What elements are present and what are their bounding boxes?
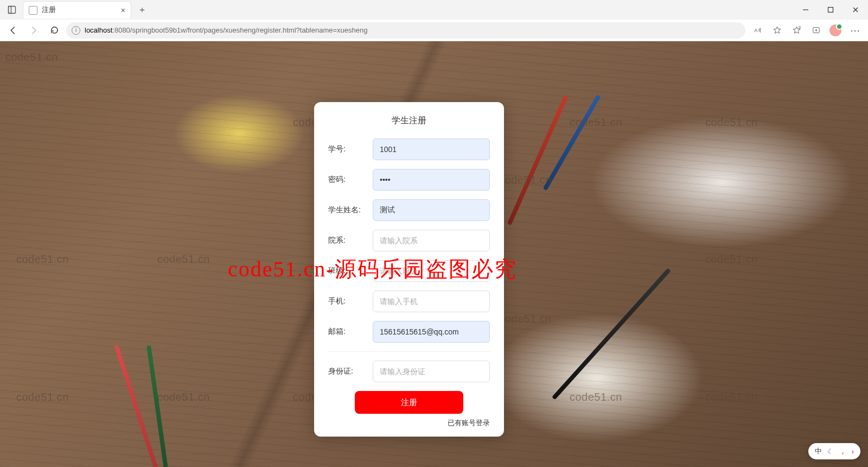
new-tab-button[interactable]: ＋ (135, 2, 150, 17)
page-icon (29, 6, 37, 15)
svg-rect-0 (9, 7, 16, 14)
read-aloud-icon[interactable]: A (749, 22, 766, 39)
student-id-label: 学号: (328, 144, 366, 154)
more-icon[interactable]: ⋯ (846, 22, 864, 39)
svg-rect-3 (828, 8, 833, 12)
student-id-input[interactable] (373, 138, 490, 160)
large-watermark: code51.cn-源码乐园盗图必究 (228, 254, 517, 284)
maximize-button[interactable] (818, 0, 843, 20)
tab-actions-icon[interactable] (4, 2, 20, 17)
close-window-button[interactable] (843, 0, 868, 20)
back-button[interactable] (4, 22, 22, 39)
phone-label: 手机: (328, 296, 366, 306)
svg-rect-1 (9, 7, 11, 14)
window-controls (793, 0, 868, 20)
tab-title: 注册 (42, 5, 56, 15)
svg-text:A: A (754, 28, 758, 33)
phone-input[interactable] (373, 291, 490, 312)
register-button[interactable]: 注册 (355, 391, 463, 414)
collections-icon[interactable] (807, 22, 825, 39)
address-bar: i localhost:8080/springboot59b1w/front/p… (0, 20, 868, 41)
moon-icon: ☾ (827, 447, 834, 456)
page-viewport: code51.cn code51.cn code51.cn code51.cn … (0, 41, 868, 467)
minimize-button[interactable] (793, 0, 818, 20)
browser-tab[interactable]: 注册 × (23, 1, 131, 18)
student-name-input[interactable] (373, 199, 490, 221)
profile-avatar[interactable] (827, 22, 844, 39)
url-text: localhost:8080/springboot59b1w/front/pag… (85, 26, 367, 34)
department-label: 院系: (328, 236, 366, 245)
forward-button[interactable] (25, 22, 42, 39)
login-link[interactable]: 已有账号登录 (328, 418, 490, 428)
url-input[interactable]: i localhost:8080/springboot59b1w/front/p… (66, 22, 745, 39)
department-input[interactable] (373, 230, 490, 251)
ime-lang: 中 (815, 446, 822, 456)
email-input[interactable] (373, 321, 490, 343)
id-card-input[interactable] (373, 361, 490, 382)
favorites-icon[interactable] (788, 22, 805, 39)
id-card-label: 身份证: (328, 367, 366, 376)
email-label: 邮箱: (328, 327, 366, 337)
star-icon[interactable] (768, 22, 786, 39)
comma-icon: ， (839, 446, 846, 456)
site-info-icon[interactable]: i (72, 26, 80, 35)
card-title: 学生注册 (328, 115, 490, 127)
arrow-icon: › (852, 447, 854, 456)
browser-titlebar: 注册 × ＋ (0, 0, 868, 20)
divider (328, 351, 490, 352)
password-input[interactable] (373, 169, 490, 191)
student-name-label: 学生姓名: (328, 205, 366, 215)
close-tab-icon[interactable]: × (121, 6, 125, 15)
ime-indicator[interactable]: 中 ☾ ， › (808, 443, 860, 459)
password-label: 密码: (328, 175, 366, 185)
refresh-button[interactable] (46, 22, 63, 39)
